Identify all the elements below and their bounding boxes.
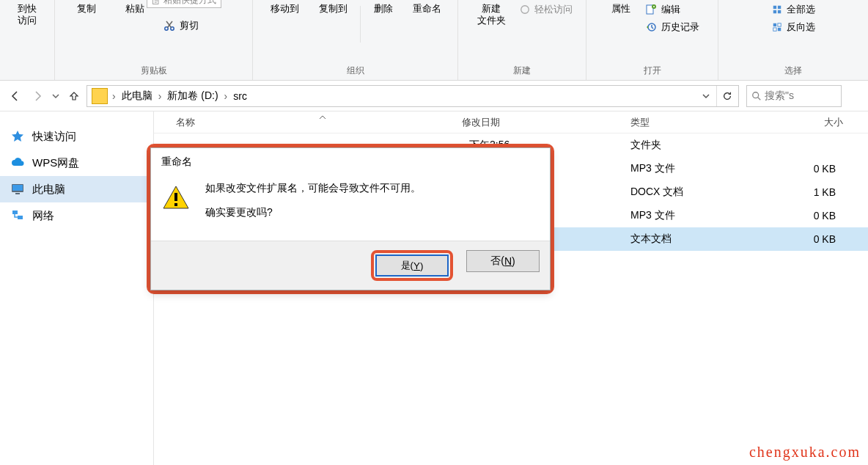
col-type[interactable]: 类型 (623, 116, 762, 129)
yes-button-highlight: 是(Y) (371, 250, 453, 281)
svg-rect-19 (12, 210, 18, 214)
folder-icon (92, 88, 108, 104)
ribbon: 粘贴快捷方式 到快访问 复制 粘贴 剪切 剪贴板 (0, 0, 868, 81)
watermark: chengxuka.com (749, 444, 861, 461)
col-name[interactable]: 名称 (154, 116, 455, 129)
chevron-right-icon[interactable]: › (111, 90, 117, 102)
breadcrumb-folder[interactable]: src (229, 86, 251, 106)
refresh-button[interactable] (716, 86, 737, 106)
warning-icon (161, 183, 191, 213)
copyto-button[interactable]: 复制到 (310, 1, 356, 16)
address-dropdown[interactable] (696, 86, 716, 106)
navigation-pane: 快速访问 WPS网盘 此电脑 网络 (0, 111, 154, 465)
paste-shortcut-cutoff: 粘贴快捷方式 (147, 0, 221, 8)
svg-rect-14 (777, 28, 780, 31)
properties-button[interactable]: 属性 (603, 1, 639, 16)
ribbon-group-open-label: 打开 (644, 62, 661, 80)
network-icon (10, 208, 25, 223)
svg-rect-13 (773, 28, 776, 31)
newfolder-button[interactable]: 新建 文件夹 (468, 1, 514, 27)
svg-rect-7 (773, 6, 776, 9)
ribbon-group-new-label: 新建 (513, 62, 531, 80)
monitor-icon (10, 182, 25, 197)
up-button[interactable] (65, 87, 84, 106)
edit-icon (645, 4, 657, 15)
svg-rect-18 (15, 193, 20, 194)
svg-rect-12 (777, 23, 780, 26)
pin-quickaccess-button[interactable]: 到快访问 (1, 1, 53, 27)
dialog-message: 如果改变文件扩展名，可能会导致文件不可用。 确实要更改吗? (205, 179, 421, 227)
ribbon-group-select-label: 选择 (784, 62, 802, 80)
ribbon-group-clipboard-label: 剪贴板 (141, 62, 167, 80)
search-input[interactable]: 搜索"s (746, 85, 842, 107)
col-size[interactable]: 大小 (762, 116, 850, 129)
copy-button[interactable]: 复制 (64, 1, 109, 16)
selectall-icon (772, 4, 782, 15)
easyaccess-icon (520, 4, 530, 15)
sort-asc-icon (319, 115, 326, 120)
back-button[interactable] (6, 87, 25, 106)
yes-button[interactable]: 是(Y) (375, 255, 449, 277)
nav-network[interactable]: 网络 (0, 202, 153, 229)
star-icon (10, 129, 25, 144)
history-icon (645, 21, 657, 33)
history-button[interactable]: 历史记录 (642, 19, 702, 35)
svg-point-3 (521, 6, 529, 14)
rename-dialog-highlight: 重命名 如果改变文件扩展名，可能会导致文件不可用。 确实要更改吗? 是(Y) (147, 144, 554, 294)
breadcrumb-thispc[interactable]: 此电脑 (117, 86, 157, 106)
nav-thispc[interactable]: 此电脑 (0, 176, 153, 202)
chevron-right-icon[interactable]: › (223, 90, 229, 102)
svg-rect-11 (773, 23, 776, 26)
svg-rect-9 (773, 10, 776, 13)
edit-button[interactable]: 编辑 (642, 1, 702, 18)
selectall-button[interactable]: 全部选 (769, 1, 818, 18)
col-date[interactable]: 修改日期 (455, 116, 623, 129)
invert-icon (772, 22, 782, 32)
recent-dropdown[interactable] (50, 87, 62, 106)
svg-rect-22 (174, 203, 177, 206)
invertselect-button[interactable]: 反向选 (769, 19, 818, 35)
svg-rect-17 (12, 185, 23, 191)
column-headers: 名称 修改日期 类型 大小 (154, 111, 868, 133)
dialog-title: 重命名 (151, 148, 550, 173)
svg-rect-20 (18, 216, 23, 219)
moveto-button[interactable]: 移动到 (262, 1, 307, 16)
chevron-right-icon[interactable]: › (157, 90, 163, 102)
delete-button[interactable]: 删除 (365, 1, 402, 16)
cloud-icon (10, 155, 25, 170)
forward-button[interactable] (28, 87, 47, 106)
nav-wps[interactable]: WPS网盘 (0, 150, 153, 176)
svg-rect-10 (777, 10, 780, 13)
ribbon-group-organize-label: 组织 (347, 62, 364, 80)
search-icon (751, 91, 762, 101)
rename-button[interactable]: 重命名 (405, 1, 449, 16)
nav-quickaccess[interactable]: 快速访问 (0, 123, 153, 150)
cut-button[interactable]: 剪切 (161, 18, 202, 34)
breadcrumb-drive[interactable]: 新加卷 (D:) (163, 86, 222, 106)
ribbon-group-label (26, 65, 28, 80)
no-button[interactable]: 否(N) (466, 250, 540, 272)
svg-point-15 (753, 92, 759, 98)
rename-dialog: 重命名 如果改变文件扩展名，可能会导致文件不可用。 确实要更改吗? 是(Y) (150, 147, 551, 290)
scissors-icon (163, 20, 175, 32)
svg-rect-21 (174, 193, 177, 201)
address-bar-row: › 此电脑 › 新加卷 (D:) › src 搜索"s (0, 81, 868, 111)
easy-access-button[interactable]: 轻松访问 (517, 1, 575, 18)
svg-rect-8 (777, 6, 780, 9)
address-bar[interactable]: › 此电脑 › 新加卷 (D:) › src (87, 85, 739, 107)
